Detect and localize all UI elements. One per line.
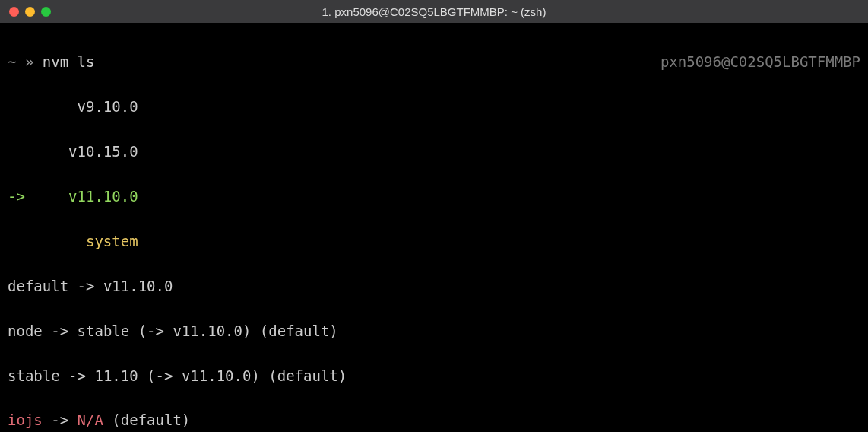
maximize-icon[interactable] — [41, 7, 51, 17]
alias-target: N/A — [78, 411, 103, 428]
alias-arrow: -> — [78, 278, 95, 294]
resolve-open: (-> — [147, 367, 173, 384]
prompt-cwd: ~ — [8, 53, 16, 70]
command-text: nvm ls — [43, 53, 95, 70]
current-arrow: -> — [8, 188, 25, 205]
window-title: 1. pxn5096@C02SQ5LBGTFMMBP: ~ (zsh) — [322, 5, 546, 18]
alias-arrow: -> — [51, 322, 68, 339]
alias-name: iojs — [8, 411, 43, 428]
terminal-output[interactable]: ~ » nvm lspxn5096@C02SQ5LBGTFMMBP v9.10.… — [0, 23, 868, 432]
alias-name: node — [8, 322, 43, 339]
output-line: default -> v11.10.0 — [8, 275, 860, 297]
resolve-close: ) — [242, 322, 251, 339]
output-line: node -> stable (-> v11.10.0) (default) — [8, 320, 860, 342]
resolve-version: v11.10.0 — [182, 367, 252, 384]
prompt-symbol: » — [25, 53, 33, 70]
alias-tag: (default) — [260, 322, 338, 339]
version-item: v10.15.0 — [68, 143, 138, 160]
resolve-close: ) — [251, 367, 259, 384]
version-system: system — [86, 233, 138, 249]
version-current: v11.10.0 — [68, 188, 138, 205]
version-item: v9.10.0 — [78, 98, 138, 115]
minimize-icon[interactable] — [25, 7, 35, 17]
alias-arrow: -> — [68, 367, 86, 384]
close-icon[interactable] — [9, 7, 19, 17]
output-line: system — [8, 230, 860, 253]
prompt-line: ~ » nvm lspxn5096@C02SQ5LBGTFMMBP — [8, 51, 860, 73]
alias-name: default — [8, 278, 68, 294]
resolve-open: (-> — [138, 322, 164, 339]
alias-target: v11.10.0 — [103, 278, 173, 294]
right-prompt: pxn5096@C02SQ5LBGTFMMBP — [661, 51, 860, 73]
traffic-lights — [9, 7, 51, 17]
output-line: iojs -> N/A (default) — [8, 409, 860, 431]
output-line: v10.15.0 — [8, 141, 860, 163]
alias-target: stable — [78, 322, 130, 339]
output-line: stable -> 11.10 (-> v11.10.0) (default) — [8, 365, 860, 387]
alias-target: 11.10 — [94, 367, 138, 384]
window-titlebar: 1. pxn5096@C02SQ5LBGTFMMBP: ~ (zsh) — [0, 0, 868, 23]
output-line: -> v11.10.0 — [8, 186, 860, 208]
alias-tag: (default) — [112, 411, 190, 428]
alias-arrow: -> — [51, 411, 68, 428]
output-line: v9.10.0 — [8, 96, 860, 118]
resolve-version: v11.10.0 — [173, 322, 242, 339]
alias-tag: (default) — [268, 367, 347, 384]
alias-name: stable — [8, 367, 60, 384]
